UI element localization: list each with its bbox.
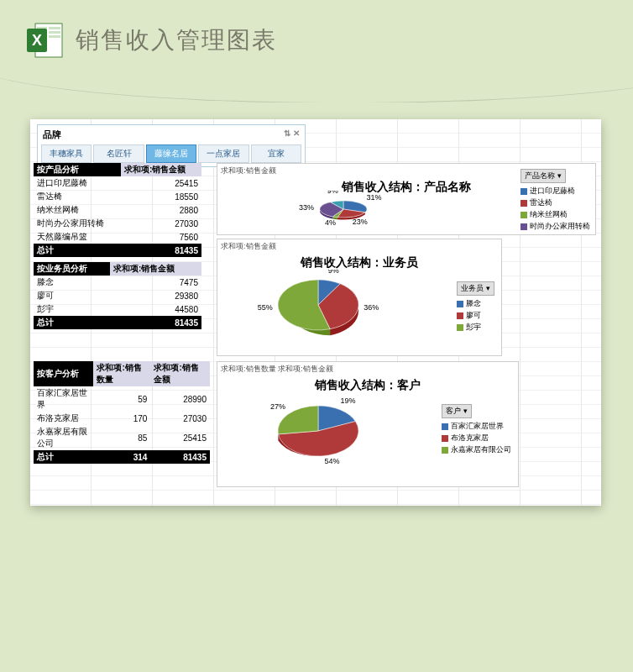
svg-text:9%: 9% bbox=[327, 191, 338, 195]
table-row[interactable]: 布洛克家居17027030 bbox=[34, 412, 210, 425]
legend-item: 时尚办公家用转椅 bbox=[521, 221, 590, 232]
legend-swatch bbox=[442, 435, 448, 442]
legend-title[interactable]: 业务员 ▾ bbox=[457, 281, 494, 296]
pivot-cust-hdr0: 按客户分析 bbox=[34, 361, 93, 386]
legend-swatch bbox=[442, 423, 448, 430]
pivot-product-total-label: 总计 bbox=[34, 244, 121, 257]
svg-text:19%: 19% bbox=[341, 396, 356, 405]
header-divider bbox=[0, 69, 633, 102]
svg-text:4%: 4% bbox=[325, 218, 336, 227]
pivot-cust-hdr1: 求和项:销售数量 bbox=[93, 361, 150, 386]
table-row[interactable]: 永嘉家居有限公司8525415 bbox=[34, 425, 210, 450]
table-row[interactable]: 廖可29380 bbox=[34, 289, 201, 302]
svg-text:23%: 23% bbox=[353, 218, 368, 226]
svg-text:33%: 33% bbox=[299, 203, 314, 212]
table-row[interactable]: 百家汇家居世界5928990 bbox=[34, 386, 210, 412]
svg-text:27%: 27% bbox=[270, 402, 285, 411]
chart-sales-field: 求和项:销售金额 bbox=[217, 239, 501, 254]
pivot-sales-hdr0: 按业务员分析 bbox=[34, 262, 110, 276]
table-row[interactable]: 进口印尼藤椅25415 bbox=[34, 176, 201, 190]
slicer-controls[interactable]: ⇅ ✕ bbox=[284, 129, 300, 141]
legend-product: 产品名称 ▾进口印尼藤椅雷达椅纳米丝网椅时尚办公家用转椅 bbox=[521, 169, 590, 233]
spreadsheet: 品牌 ⇅ ✕ 丰穗家具名匠轩藤缘名居一点家居宜家 按产品分析 求和项:销售金额 … bbox=[30, 119, 601, 506]
table-row[interactable]: 滕念7475 bbox=[34, 276, 201, 289]
legend-customer: 客户 ▾百家汇家居世界布洛克家居永嘉家居有限公司 bbox=[442, 404, 511, 456]
chart-customer[interactable]: 求和项:销售数量 求和项:销售金额 销售收入结构：客户 19%54%27% 客户… bbox=[217, 361, 519, 487]
pie-product: 31%23%4%33%9% bbox=[268, 191, 419, 233]
slicer-btn-3[interactable]: 一点家居 bbox=[198, 144, 248, 163]
legend-swatch bbox=[521, 188, 527, 195]
excel-icon: X bbox=[25, 20, 65, 60]
legend-swatch bbox=[521, 223, 527, 230]
slicer-btn-2[interactable]: 藤缘名居 bbox=[146, 144, 196, 163]
svg-text:54%: 54% bbox=[324, 457, 339, 465]
legend-item: 进口印尼藤椅 bbox=[521, 186, 590, 197]
svg-rect-6 bbox=[49, 35, 60, 38]
pivot-sales-total-label: 总计 bbox=[34, 316, 110, 329]
pivot-sales-total-val: 81435 bbox=[110, 316, 201, 329]
slicer-btn-0[interactable]: 丰穗家具 bbox=[41, 144, 92, 163]
legend-item: 雷达椅 bbox=[521, 197, 590, 208]
legend-item: 彭宇 bbox=[457, 322, 494, 333]
legend-swatch bbox=[457, 301, 463, 307]
legend-item: 永嘉家居有限公司 bbox=[442, 444, 511, 455]
slicer-title: 品牌 bbox=[43, 129, 61, 141]
legend-item: 滕念 bbox=[457, 298, 494, 309]
chart-product[interactable]: 求和项:销售金额 销售收入结构：产品名称 31%23%4%33%9% 产品名称 … bbox=[217, 163, 596, 235]
slicer-btn-1[interactable]: 名匠轩 bbox=[93, 144, 144, 163]
brand-slicer[interactable]: 品牌 ⇅ ✕ 丰穗家具名匠轩藤缘名居一点家居宜家 bbox=[37, 124, 306, 167]
pivot-product-hdr1: 求和项:销售金额 bbox=[121, 163, 201, 176]
page-header: X 销售收入管理图表 bbox=[0, 0, 633, 69]
pivot-cust-total-qty: 314 bbox=[93, 450, 150, 464]
pivot-cust-total-label: 总计 bbox=[34, 450, 93, 464]
svg-rect-4 bbox=[49, 31, 60, 34]
table-row[interactable]: 天然藤编吊篮7560 bbox=[34, 230, 201, 244]
pie-sales: 9%36%55% bbox=[251, 270, 385, 354]
chart-sales-title: 销售收入结构：业务员 bbox=[217, 255, 501, 270]
slicer-btn-4[interactable]: 宜家 bbox=[251, 144, 301, 163]
table-row[interactable]: 纳米丝网椅2880 bbox=[34, 203, 201, 217]
pivot-product-hdr0: 按产品分析 bbox=[34, 163, 121, 176]
page-title: 销售收入管理图表 bbox=[76, 24, 277, 56]
pivot-product[interactable]: 按产品分析 求和项:销售金额 进口印尼藤椅25415雷达椅18550纳米丝网椅2… bbox=[34, 163, 201, 257]
pivot-sales-hdr1: 求和项:销售金额 bbox=[110, 262, 201, 276]
legend-swatch bbox=[457, 324, 463, 331]
table-row[interactable]: 彭宇44580 bbox=[34, 302, 201, 316]
legend-title[interactable]: 客户 ▾ bbox=[442, 404, 472, 418]
svg-text:31%: 31% bbox=[367, 193, 382, 202]
legend-item: 纳米丝网椅 bbox=[521, 209, 590, 220]
svg-text:55%: 55% bbox=[258, 303, 273, 312]
legend-item: 百家汇家居世界 bbox=[442, 421, 511, 432]
legend-swatch bbox=[521, 200, 527, 207]
svg-text:36%: 36% bbox=[364, 303, 379, 312]
legend-item: 廖可 bbox=[457, 310, 494, 321]
chart-sales[interactable]: 求和项:销售金额 销售收入结构：业务员 9%36%55% 业务员 ▾滕念廖可彭宇 bbox=[217, 239, 502, 356]
legend-item: 布洛克家居 bbox=[442, 433, 511, 444]
table-row[interactable]: 雷达椅18550 bbox=[34, 190, 201, 203]
chart-customer-field: 求和项:销售数量 求和项:销售金额 bbox=[217, 362, 518, 376]
pivot-sales[interactable]: 按业务员分析 求和项:销售金额 滕念7475廖可29380彭宇44580 总计 … bbox=[34, 262, 201, 329]
legend-swatch bbox=[521, 212, 527, 218]
pivot-cust-hdr2: 求和项:销售金额 bbox=[150, 361, 210, 386]
pivot-cust-total-val: 81435 bbox=[150, 450, 210, 464]
svg-rect-2 bbox=[49, 27, 60, 29]
svg-text:9%: 9% bbox=[328, 270, 339, 275]
legend-swatch bbox=[442, 447, 448, 454]
legend-title[interactable]: 产品名称 ▾ bbox=[521, 169, 566, 183]
pivot-customer[interactable]: 按客户分析 求和项:销售数量 求和项:销售金额 百家汇家居世界5928990布洛… bbox=[34, 361, 210, 464]
svg-text:X: X bbox=[32, 32, 42, 49]
pivot-product-total-val: 81435 bbox=[121, 244, 201, 257]
table-row[interactable]: 时尚办公家用转椅27030 bbox=[34, 217, 201, 230]
legend-swatch bbox=[457, 312, 463, 319]
legend-sales: 业务员 ▾滕念廖可彭宇 bbox=[457, 281, 494, 333]
pie-customer: 19%54%27% bbox=[251, 391, 385, 483]
